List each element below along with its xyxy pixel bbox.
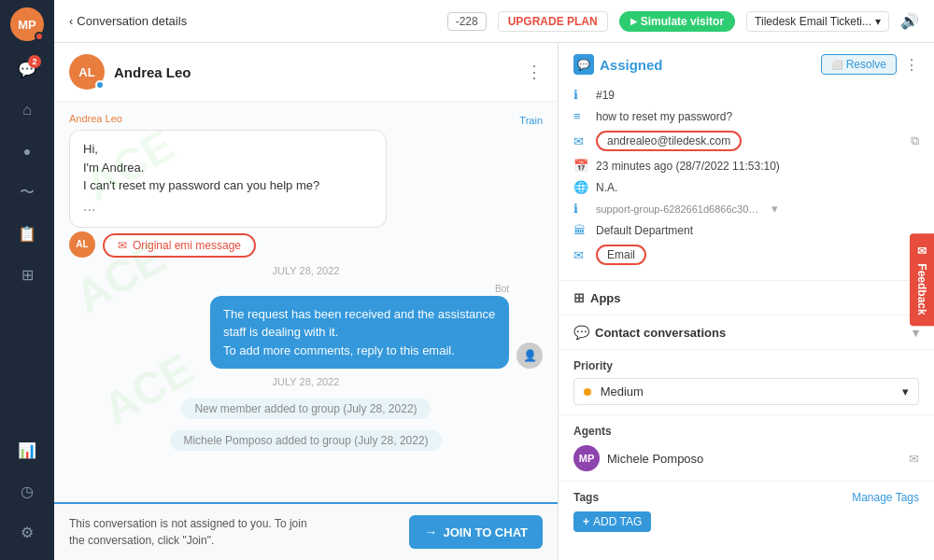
- join-chat-button[interactable]: JOIN TO CHAT: [409, 515, 543, 549]
- avatar-initials: AL: [78, 65, 94, 79]
- copy-icon[interactable]: ⧉: [911, 133, 919, 148]
- calendar-icon: 📅: [573, 159, 588, 173]
- message-sender: Andrea Leo: [69, 113, 122, 124]
- contact-conv-label: Contact conversations: [595, 326, 726, 340]
- info-row-email: ✉ andrealeo@tiledesk.com ⧉: [573, 127, 919, 155]
- sidebar-item-home[interactable]: ⌂: [9, 92, 45, 128]
- user-msg-avatar: AL: [69, 231, 95, 258]
- assigned-section: 💬 Assigned Resolve ⋮ ℹ #19 ≡ how to rese…: [559, 43, 934, 281]
- support-icon: ℹ: [573, 202, 588, 216]
- topbar-title: Conversation details: [77, 14, 187, 28]
- simulate-visitor-button[interactable]: Simulate visitor: [619, 11, 735, 32]
- tags-section: Tags Manage Tags ADD TAG: [559, 482, 934, 541]
- settings-icon: ⚙: [21, 524, 34, 541]
- info-row-locale: 🌐 N.A.: [573, 176, 919, 198]
- reports-icon: 📋: [18, 225, 36, 243]
- info-support-id: support-group-6282661d6866c3001917cc...: [596, 203, 764, 215]
- email-highlight: andrealeo@tiledesk.com: [596, 131, 742, 151]
- sound-icon: 🔊: [900, 13, 919, 29]
- system-message-2-wrap: Michele Pomposo added to group (July 28,…: [69, 427, 543, 455]
- sidebar-item-history[interactable]: ◷: [9, 473, 45, 509]
- system-message-1-wrap: New member added to group (July 28, 2022…: [69, 395, 543, 423]
- info-row-support-id: ℹ support-group-6282661d6866c3001917cc..…: [573, 198, 919, 219]
- content-area: AL Andrea Leo ⋮ ACE ACE ACE Andrea Leo T…: [54, 43, 934, 560]
- chat-messages[interactable]: ACE ACE ACE Andrea Leo Train Hi, I'm And…: [54, 102, 558, 502]
- info-row-time: 📅 23 minutes ago (28/7/2022 11:53:10): [573, 155, 919, 176]
- sidebar-item-contacts[interactable]: ●: [9, 133, 45, 169]
- apps-label: Apps: [590, 291, 621, 305]
- agent-row: MP Michele Pomposo ✉: [573, 445, 919, 471]
- sidebar-item-conversations[interactable]: 💬 2: [9, 51, 45, 87]
- contact-conv-chevron: ▾: [913, 326, 919, 340]
- manage-tags-link[interactable]: Manage Tags: [852, 491, 919, 504]
- tags-header: Tags Manage Tags: [573, 491, 919, 504]
- back-arrow-icon: ‹: [69, 14, 73, 28]
- upgrade-plan-button[interactable]: UPGRADE PLAN: [498, 11, 608, 32]
- bot-message-bubble: The request has been received and the as…: [210, 296, 509, 370]
- info-row-department: 🏛 Default Department: [573, 219, 919, 241]
- topic-icon: ≡: [573, 109, 588, 123]
- sound-button[interactable]: 🔊: [900, 12, 919, 30]
- right-panel: 💬 Assigned Resolve ⋮ ℹ #19 ≡ how to rese…: [559, 43, 934, 560]
- conversations-badge: 2: [28, 55, 41, 68]
- tags-label: Tags: [573, 491, 599, 504]
- analytics-icon: 〜: [20, 183, 35, 203]
- train-link[interactable]: Train: [519, 115, 543, 126]
- dropdown-label: Tiledesk Email Ticketi...: [755, 15, 871, 28]
- add-tag-button[interactable]: ADD TAG: [573, 511, 651, 532]
- priority-select[interactable]: Medium ▾: [573, 378, 919, 405]
- sidebar-item-apps[interactable]: ⊞: [9, 257, 45, 292]
- info-row-topic: ≡ how to reset my password?: [573, 105, 919, 127]
- info-icon: ℹ: [573, 88, 588, 102]
- message-group-1: Andrea Leo Train Hi, I'm Andrea. I can't…: [69, 113, 543, 228]
- channel-highlight: Email: [596, 245, 646, 265]
- channel-icon: ✉: [573, 248, 588, 262]
- apps-section[interactable]: ⊞ Apps ▾: [559, 281, 934, 315]
- apps-grid-icon: ⊞: [573, 290, 585, 305]
- sidebar-item-analytics[interactable]: 〜: [9, 175, 45, 210]
- resolve-button[interactable]: Resolve: [821, 54, 897, 75]
- original-email-button[interactable]: ✉ Original emi message: [103, 233, 256, 258]
- priority-dot: [584, 388, 591, 396]
- topbar-dropdown[interactable]: Tiledesk Email Ticketi... ▾: [746, 11, 889, 32]
- system-message-1: New member added to group (July 28, 2022…: [181, 399, 430, 419]
- contact-conversations-section[interactable]: 💬 Contact conversations ▾: [559, 315, 934, 350]
- sidebar-item-reports[interactable]: 📋: [9, 216, 45, 251]
- chevron-down-icon: ▾: [875, 15, 881, 28]
- dropdown-arrow-icon[interactable]: ▾: [771, 202, 778, 216]
- original-email-row: AL ✉ Original emi message: [69, 231, 543, 258]
- info-locale: N.A.: [596, 181, 919, 194]
- globe-icon: 🌐: [573, 180, 588, 194]
- back-button[interactable]: ‹ Conversation details: [69, 14, 187, 28]
- topbar-badge: -228: [447, 12, 487, 31]
- info-row-id: ℹ #19: [573, 84, 919, 105]
- info-department: Default Department: [596, 224, 919, 237]
- priority-label: Priority: [573, 359, 919, 372]
- agent-message-icon[interactable]: ✉: [909, 452, 919, 466]
- chat-menu-icon[interactable]: ⋮: [526, 62, 543, 82]
- assigned-label: 💬 Assigned: [573, 54, 814, 75]
- agents-section: Agents MP Michele Pomposo ✉: [559, 415, 934, 482]
- date-label-2: JULY 28, 2022: [69, 376, 543, 387]
- bot-avatar: 👤: [517, 343, 543, 369]
- contact-name: Andrea Leo: [114, 64, 517, 80]
- info-channel: Email: [596, 245, 919, 265]
- contact-avatar: AL: [69, 54, 105, 90]
- email-icon: ✉: [118, 239, 127, 252]
- agent-name: Michele Pomposo: [607, 452, 901, 466]
- sidebar-item-settings[interactable]: ⚙: [9, 514, 45, 550]
- sidebar-item-stats[interactable]: 📊: [9, 432, 45, 468]
- home-icon: ⌂: [22, 102, 32, 119]
- avatar-status-dot: [95, 80, 105, 90]
- avatar[interactable]: MP: [10, 7, 44, 41]
- footer-text: This conversation is not assigned to you…: [69, 515, 398, 549]
- department-icon: 🏛: [573, 223, 588, 237]
- panel-menu-icon[interactable]: ⋮: [904, 56, 919, 74]
- feedback-tab[interactable]: ✉ Feedback: [910, 233, 934, 326]
- info-id: #19: [596, 89, 919, 102]
- bot-label: Bot: [210, 284, 509, 294]
- system-message-2: Michele Pomposo added to group (July 28,…: [170, 430, 441, 451]
- message-bubble-user: Hi, I'm Andrea. I can't reset my passwor…: [69, 130, 387, 228]
- priority-chevron-icon: ▾: [902, 385, 909, 399]
- apps-icon: ⊞: [21, 266, 34, 284]
